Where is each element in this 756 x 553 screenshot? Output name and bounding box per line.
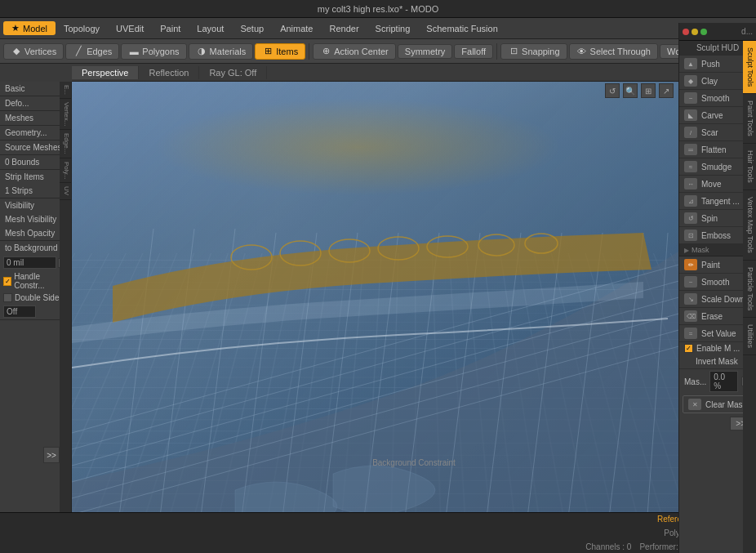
spin-icon: ↺ — [684, 212, 697, 224]
tool-falloff[interactable]: Falloff — [454, 44, 493, 59]
sculpt-vtab-utilities[interactable]: Utilities — [743, 318, 756, 355]
vp-icon-reset[interactable]: ↺ — [605, 83, 620, 98]
tool-action-center[interactable]: ⊕ Action Center — [313, 43, 396, 60]
tool-materials[interactable]: ◑ Materials — [189, 43, 254, 60]
sculpt-vtab-sculpt-tools[interactable]: Sculpt Tools — [743, 41, 756, 94]
snapping-icon: ⊡ — [508, 46, 519, 57]
menu-animate[interactable]: Animate — [272, 22, 321, 35]
tool-symmetry[interactable]: Symmetry — [398, 44, 453, 59]
smooth-icon: ~ — [684, 92, 697, 104]
tool-select-through-label: Select Through — [590, 47, 651, 56]
tool-falloff-label: Falloff — [461, 47, 486, 56]
viewport[interactable]: Handle Constr... Background Constraint — [72, 82, 756, 512]
menu-render[interactable]: Render — [321, 22, 367, 35]
scar-icon: / — [684, 127, 697, 138]
tool-snapping[interactable]: ⊡ Snapping — [500, 43, 567, 60]
expand-button[interactable]: >> — [43, 447, 60, 463]
tool-select-through[interactable]: 👁 Select Through — [569, 43, 658, 60]
mask-triangle-icon: ▶ — [684, 247, 689, 254]
vp-icon-zoom[interactable]: 🔍 — [623, 83, 638, 98]
lp-vtab-uv[interactable]: UV — [60, 183, 71, 199]
scale-down-icon: ↘ — [684, 293, 697, 305]
bottom-info-row-3: Channels : 0 Performer: Off GL: 4,620,80… — [5, 542, 751, 551]
lp-vtab-e[interactable]: E... — [60, 82, 71, 99]
menu-model-label: Model — [23, 24, 47, 33]
tool-items-label: Items — [276, 47, 298, 56]
menu-scripting[interactable]: Scripting — [367, 22, 419, 35]
menu-uvedit[interactable]: UVEdit — [108, 22, 152, 35]
toolbar-sep-2 — [496, 43, 497, 60]
menu-model[interactable]: ★ Model — [3, 21, 56, 35]
tool-action-center-label: Action Center — [334, 47, 389, 56]
off-value: Off — [3, 305, 36, 318]
sculpt-vtab-paint-tools[interactable]: Paint Tools — [743, 94, 756, 144]
title-bar: my colt3 high res.lxo* - MODO — [0, 0, 756, 18]
mas-label: Mas... — [684, 377, 706, 386]
tool-materials-label: Materials — [210, 47, 247, 56]
viewport-tabs: Perspective Reflection Ray GL: Off — [72, 64, 756, 82]
tool-polygons-label: Polygons — [142, 47, 179, 56]
double-sided-label: Double Sided — [15, 293, 64, 302]
close-dot[interactable] — [683, 29, 689, 35]
sculpt-panel-header: d... — [679, 23, 756, 41]
vp-icon-expand[interactable]: ↗ — [659, 83, 674, 98]
lp-vtab-vertex[interactable]: Vertex... — [60, 99, 71, 130]
menu-render-label: Render — [329, 24, 358, 33]
channels-label: Channels : 0 — [585, 542, 631, 551]
menu-schematic[interactable]: Schematic Fusion — [418, 22, 505, 35]
clay-icon: ◆ — [684, 75, 697, 87]
tab-ray-gl[interactable]: Ray GL: Off — [199, 66, 267, 79]
sculpt-side-tabs: Sculpt Tools Paint Tools Hair Tools Vert… — [743, 41, 756, 553]
menu-paint[interactable]: Paint — [152, 22, 189, 35]
tab-reflection[interactable]: Reflection — [139, 66, 199, 79]
sculpt-vtab-vertex-map-tools[interactable]: Vertex Map Tools — [743, 190, 756, 261]
offset-value: 0 mil — [3, 256, 56, 269]
lp-vtab-poly[interactable]: Poly... — [60, 158, 71, 184]
minimize-dot[interactable] — [692, 29, 698, 35]
clear-mask-icon: ✕ — [688, 399, 701, 410]
menu-layout-label: Layout — [197, 24, 224, 33]
tool-edges[interactable]: ╱ Edges — [65, 43, 119, 60]
menu-animate-label: Animate — [280, 24, 313, 33]
flatten-icon: ═ — [684, 144, 697, 155]
tab-perspective[interactable]: Perspective — [72, 66, 139, 79]
mas-value-field[interactable]: 0.0 % — [709, 371, 738, 392]
tangent-icon: ⊿ — [684, 195, 697, 207]
vp-icon-grid[interactable]: ⊞ — [641, 83, 656, 98]
bottom-info-row-2: Polygons : CatmullClark — [5, 528, 751, 537]
lp-vtab-edge[interactable]: Edge... — [60, 130, 71, 158]
tool-vertices[interactable]: ◆ Vertices — [3, 43, 64, 60]
menu-scripting-label: Scripting — [376, 24, 411, 33]
sculpt-hud-text: Sculpt HUD — [696, 43, 739, 52]
move-icon: ↔ — [684, 178, 697, 190]
menu-setup-label: Setup — [240, 24, 264, 33]
background-constraint-label: Handle Constr... Background Constraint — [372, 458, 456, 467]
enable-mask-label: Enable M ... — [696, 344, 740, 353]
push-icon: ▲ — [684, 58, 697, 69]
bottom-bar: Reference: body Outline Polygons : Catmu… — [0, 512, 756, 553]
left-panel: Basic Defo... Meshes Geometry... Source … — [0, 82, 72, 512]
enable-mask-checkbox[interactable]: ✓ — [684, 344, 693, 353]
menu-paint-label: Paint — [160, 24, 180, 33]
mask-smooth-icon: ~ — [684, 276, 697, 288]
sculpt-vtab-particle-tools[interactable]: Particle Tools — [743, 261, 756, 318]
tool-items[interactable]: ⊞ Items — [255, 43, 305, 60]
sculpt-panel: d... Sculpt HUD ▲ Push ◆ Clay ~ Smooth ◣… — [678, 23, 756, 553]
double-sided-check[interactable] — [3, 293, 12, 302]
menu-setup[interactable]: Setup — [232, 22, 272, 35]
tool-edges-label: Edges — [87, 47, 112, 56]
tool-symmetry-label: Symmetry — [405, 47, 446, 56]
handle-constr-check[interactable]: ✓ — [3, 277, 11, 286]
erase-icon: ⌫ — [684, 310, 697, 322]
polygons-icon: ▬ — [128, 46, 140, 57]
tool-vertices-label: Vertices — [24, 47, 56, 56]
menu-schematic-label: Schematic Fusion — [426, 24, 497, 33]
maximize-dot[interactable] — [700, 29, 707, 35]
tool-polygons[interactable]: ▬ Polygons — [121, 43, 186, 60]
select-through-icon: 👁 — [576, 46, 588, 57]
menu-topology[interactable]: Topology — [56, 22, 108, 35]
edges-icon: ╱ — [73, 46, 84, 57]
sculpt-vtab-hair-tools[interactable]: Hair Tools — [743, 144, 756, 190]
menu-bar: ★ Model Topology UVEdit Paint Layout Set… — [0, 18, 756, 39]
menu-layout[interactable]: Layout — [189, 22, 232, 35]
